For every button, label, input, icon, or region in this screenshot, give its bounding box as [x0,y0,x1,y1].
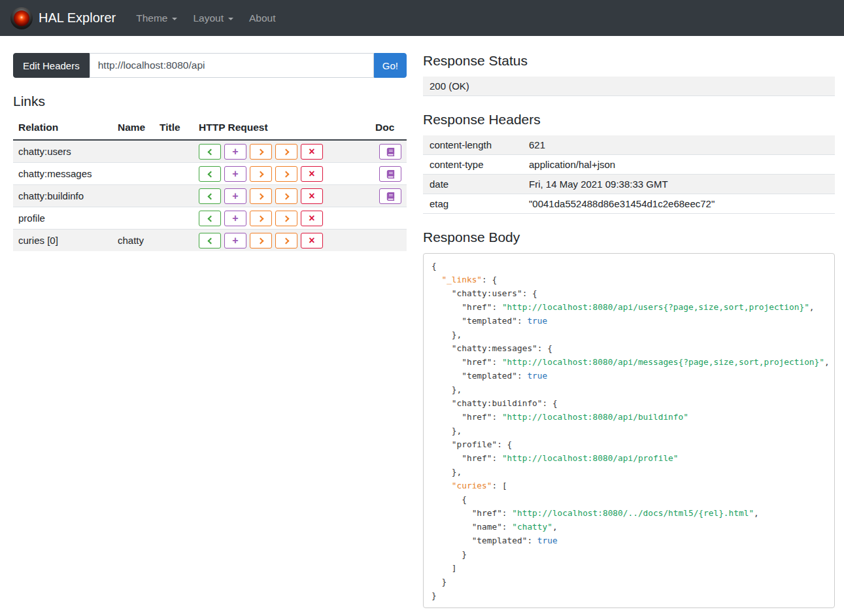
response-body-title: Response Body [423,230,835,245]
url-input[interactable] [90,53,374,78]
code-line: }, [431,328,826,341]
table-row: profile+× [13,207,407,230]
go-button[interactable]: Go! [374,53,407,78]
json-token: : [ [492,481,507,490]
right-column: Response Status 200 (OK) Response Header… [423,53,835,608]
edit-headers-button[interactable]: Edit Headers [13,53,90,78]
x-icon: × [309,235,314,246]
table-row: chatty:messages+× [13,163,407,185]
code-line: { [431,259,826,273]
x-icon: × [309,213,314,224]
link-title [154,207,194,230]
json-token: "chatty:users": { [431,288,537,298]
get-button[interactable] [199,166,221,182]
patch-button[interactable] [275,211,297,226]
post-button[interactable]: + [224,188,246,204]
nav-item-theme[interactable]: Theme [130,7,183,29]
header-value: "0041da552488d86e31454d1c2e68eec72" [529,198,828,209]
chevron-right-icon [282,237,289,244]
table-row: chatty:buildinfo+× [13,185,407,207]
json-token: "templated": [431,536,537,545]
chevron-right-icon [257,237,263,244]
table-row: chatty:users+× [13,140,407,163]
response-body-code: { "_links": { "chatty:users": { "href": … [423,253,835,608]
json-boolean: true [527,371,547,381]
json-token: "name": [431,522,512,532]
code-line: } [431,547,826,561]
link-name [112,140,154,163]
code-line: { [431,492,826,506]
request-bar: Edit Headers Go! [13,53,407,78]
delete-button[interactable]: × [301,211,323,226]
post-button[interactable]: + [224,144,246,160]
navbar-brand[interactable]: HAL Explorer [10,7,116,29]
json-token: "templated": [431,316,527,326]
book-icon [386,170,395,179]
link-relation: curies [0] [13,230,112,252]
put-button[interactable] [250,144,272,160]
json-token: { [431,494,467,504]
chevron-left-icon [207,193,214,199]
json-string: "http://localhost:8080/api/messages{?pag… [502,357,824,367]
delete-button[interactable]: × [301,166,323,182]
json-boolean: true [527,316,547,326]
patch-button[interactable] [275,233,297,248]
code-line: }, [431,383,826,396]
json-token: , [754,508,759,518]
patch-button[interactable] [275,166,297,182]
code-line: "templated": true [431,534,826,547]
json-string: "http://localhost:8080/api/users{?page,s… [502,302,809,312]
doc-button[interactable] [379,144,401,160]
post-button[interactable]: + [224,211,246,226]
link-title [154,140,194,163]
put-button[interactable] [250,166,272,182]
http-request-buttons: +× [194,185,370,207]
get-button[interactable] [199,188,221,204]
json-string: "http://localhost:8080/../docs/html5/{re… [512,508,754,518]
chevron-down-icon [228,18,233,20]
json-key-special: "curies" [452,481,492,490]
get-button[interactable] [199,211,221,226]
get-button[interactable] [199,144,221,160]
get-button[interactable] [199,233,221,248]
header-name: content-length [430,139,529,150]
delete-button[interactable]: × [301,188,323,204]
json-token: "href": [431,357,502,367]
json-token: } [431,549,467,559]
code-line: "_links": { [431,273,826,286]
put-button[interactable] [250,233,272,248]
header-name: date [430,179,529,190]
put-button[interactable] [250,188,272,204]
column-header-name: Name [112,118,154,140]
patch-button[interactable] [275,188,297,204]
delete-button[interactable]: × [301,144,323,160]
json-token: "href": [431,302,502,312]
x-icon: × [309,191,314,201]
hal-9000-eye-icon [10,7,33,29]
json-token: }, [431,330,462,339]
nav-item-about[interactable]: About [243,7,282,29]
chevron-right-icon [257,148,263,155]
plus-icon: + [232,169,238,179]
plus-icon: + [232,235,238,246]
doc-cell [370,163,407,185]
delete-button[interactable]: × [301,233,323,248]
nav-item-layout[interactable]: Layout [187,7,239,29]
json-token: "href": [431,508,512,518]
plus-icon: + [232,146,238,157]
post-button[interactable]: + [224,166,246,182]
patch-button[interactable] [275,144,297,160]
doc-cell [370,207,407,230]
json-token: "chatty:buildinfo": { [431,398,558,408]
link-relation: profile [13,207,112,230]
code-line: "chatty:buildinfo": { [431,396,826,410]
put-button[interactable] [250,211,272,226]
doc-button[interactable] [379,166,401,182]
app-title: HAL Explorer [39,10,116,26]
doc-button[interactable] [379,188,401,204]
navbar: HAL Explorer ThemeLayoutAbout [0,0,844,36]
post-button[interactable]: + [224,233,246,248]
book-icon [386,148,395,156]
link-title [154,163,194,185]
code-line: } [431,589,826,602]
